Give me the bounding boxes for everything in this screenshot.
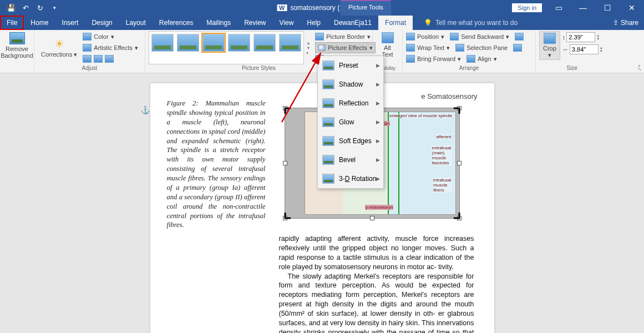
style-thumb[interactable] <box>202 34 225 52</box>
position-button[interactable]: Position ▾ <box>406 31 444 42</box>
width-down-icon[interactable]: ▼ <box>600 49 603 53</box>
share-label: Share <box>621 19 638 27</box>
glow-icon <box>322 117 334 127</box>
wrap-text-button[interactable]: Wrap Text ▾ <box>406 42 450 53</box>
height-down-icon[interactable]: ▼ <box>596 37 600 41</box>
bring-forward-button[interactable]: Bring Forward ▾ <box>406 53 461 64</box>
width-input[interactable] <box>570 44 599 54</box>
fx-reflection[interactable]: Reflection▶ <box>318 94 383 113</box>
remove-bg-label: Remove Background <box>1 46 33 59</box>
fx-bevel[interactable]: Bevel▶ <box>318 150 383 169</box>
tab-help[interactable]: Help <box>300 16 327 30</box>
artistic-effects-button[interactable]: Artistic Effects ▾ <box>83 42 138 53</box>
adjust-group-label: Adjust <box>38 65 141 72</box>
picture-tools-tab: Picture Tools <box>341 0 391 16</box>
width-icon: ↔ <box>562 46 569 53</box>
tab-dewan[interactable]: DewanEja11 <box>327 16 378 30</box>
gallery-down-icon[interactable]: ▼ <box>306 46 311 51</box>
sign-in-button[interactable]: Sign in <box>512 3 542 12</box>
compress-icon <box>83 55 92 63</box>
share-button[interactable]: ⇪ Share <box>613 19 638 27</box>
gallery-up-icon[interactable]: ▲ <box>306 41 311 46</box>
send-backward-button[interactable]: Send Backward ▾ <box>450 31 509 42</box>
style-thumb[interactable] <box>279 34 301 52</box>
reset-pic-icon <box>105 55 114 63</box>
border-icon <box>315 33 324 41</box>
corrections-icon: ☀ <box>54 38 64 50</box>
crop-icon <box>544 33 556 44</box>
close-icon[interactable]: ✕ <box>620 0 644 16</box>
crop-mark-icon <box>284 107 292 115</box>
picture-border-button[interactable]: Picture Border ▾ <box>315 31 376 42</box>
collapse-ribbon-icon[interactable]: ˄ <box>638 64 641 70</box>
group-button[interactable] <box>515 31 524 42</box>
paragraph-2: The slowly adapting Merkel's receptors a… <box>279 272 474 334</box>
bevel-icon <box>322 155 334 165</box>
preset-icon <box>322 60 334 70</box>
tab-format[interactable]: Format <box>378 16 413 30</box>
color-button[interactable]: Color ▾ <box>83 31 138 42</box>
tab-references[interactable]: References <box>153 16 200 30</box>
remove-bg-icon <box>9 32 25 44</box>
tab-design[interactable]: Design <box>85 16 119 30</box>
tell-me-label: Tell me what you want to do <box>435 19 518 27</box>
tab-file[interactable]: File <box>0 16 24 30</box>
minimize-icon[interactable]: ― <box>571 0 595 16</box>
tab-layout[interactable]: Layout <box>119 16 153 30</box>
corrections-button[interactable]: ☀ Corrections ▾ <box>38 31 80 64</box>
heading-partial: e Somatosensory <box>421 92 477 100</box>
body-text[interactable]: rapidly adapting afferent activity, musc… <box>279 234 474 333</box>
figure-caption[interactable]: Figure 2: Mammalian muscle spindle showi… <box>167 99 266 230</box>
fx-3d-rotation[interactable]: 3-D Rotation▶ <box>318 169 383 188</box>
height-icon: ↕ <box>562 34 566 41</box>
send-back-icon <box>450 33 459 41</box>
save-icon[interactable]: 💾 <box>4 1 18 14</box>
tab-view[interactable]: View <box>273 16 301 30</box>
align-icon <box>466 55 475 63</box>
arrange-group-label: Arrange <box>406 65 532 72</box>
tab-review[interactable]: Review <box>237 16 272 30</box>
fx-preset[interactable]: Preset▶ <box>318 56 383 75</box>
redo-icon[interactable]: ↻ <box>33 1 47 14</box>
fx-soft-edges[interactable]: Soft Edges▶ <box>318 132 383 150</box>
compress-reset-row[interactable] <box>83 53 138 64</box>
chevron-right-icon: ▶ <box>376 82 380 87</box>
bring-fwd-icon <box>406 55 415 63</box>
fx-shadow[interactable]: Shadow▶ <box>318 75 383 94</box>
gallery-more-icon[interactable]: ▾ <box>306 51 311 56</box>
style-thumb[interactable] <box>253 34 276 52</box>
rotate-button[interactable] <box>513 42 522 53</box>
tab-home[interactable]: Home <box>24 16 55 30</box>
chevron-right-icon: ▶ <box>376 138 380 144</box>
ribbon-display-icon[interactable]: ▭ <box>546 0 571 16</box>
fx-glow[interactable]: Glow▶ <box>318 113 383 132</box>
chevron-right-icon: ▶ <box>376 119 380 125</box>
tab-insert[interactable]: Insert <box>55 16 85 30</box>
tell-me-search[interactable]: 💡 Tell me what you want to do <box>424 19 518 27</box>
size-group-label: Size <box>539 65 605 72</box>
lightbulb-icon: 💡 <box>424 19 432 27</box>
group-icon <box>515 33 524 41</box>
share-icon: ⇪ <box>613 19 618 27</box>
tab-mailings[interactable]: Mailings <box>200 16 237 30</box>
style-thumb[interactable] <box>228 34 250 52</box>
style-thumb[interactable] <box>151 34 174 52</box>
style-thumb[interactable] <box>177 34 199 52</box>
undo-icon[interactable]: ↶ <box>19 1 32 14</box>
alt-text-button[interactable]: Alt Text <box>376 31 399 59</box>
qat-customize-icon[interactable]: ▾ <box>48 1 61 14</box>
height-input[interactable] <box>566 32 595 42</box>
titlebar: 💾 ↶ ↻ ▾ W somatosensory (1) - Word Pictu… <box>0 0 644 16</box>
resize-handle[interactable] <box>370 216 374 220</box>
picture-styles-gallery[interactable] <box>149 31 304 64</box>
rotation-icon <box>322 174 334 184</box>
rotate-icon <box>513 44 522 52</box>
picture-effects-button[interactable]: Picture Effects ▾ <box>315 42 376 53</box>
resize-handle[interactable] <box>457 161 462 165</box>
crop-button[interactable]: Crop▾ <box>539 31 560 60</box>
selection-pane-button[interactable]: Selection Pane <box>455 42 508 53</box>
align-button[interactable]: Align ▾ <box>466 53 496 64</box>
remove-background-button[interactable]: Remove Background <box>3 31 31 60</box>
maximize-icon[interactable]: ☐ <box>595 0 620 16</box>
resize-handle[interactable] <box>283 161 287 165</box>
